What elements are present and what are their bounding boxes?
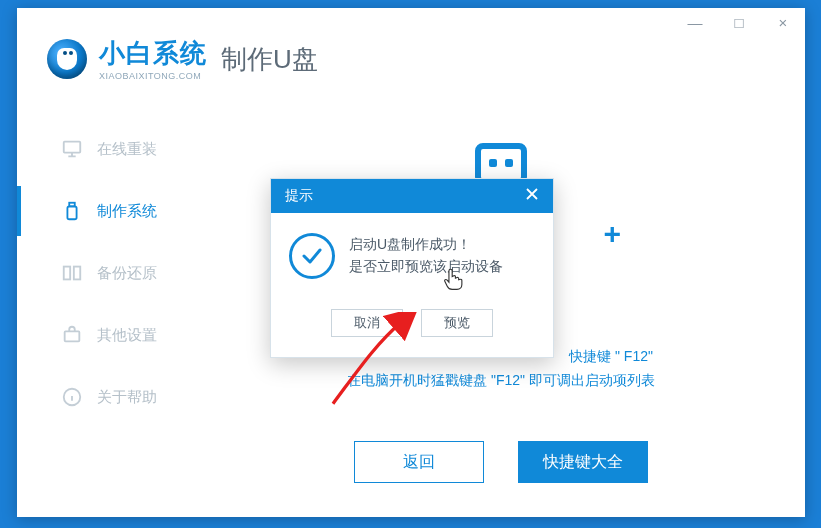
dialog-header: 提示 — [271, 179, 553, 213]
svg-rect-0 — [64, 142, 81, 153]
minimize-button[interactable]: — — [673, 8, 717, 36]
usb-icon — [61, 200, 83, 222]
maximize-button[interactable]: □ — [717, 8, 761, 36]
close-icon — [525, 187, 539, 201]
dialog-message-line2: 是否立即预览该启动设备 — [349, 255, 503, 277]
sidebar-item-make-system[interactable]: 制作系统 — [17, 180, 199, 242]
hint-line-2: 在电脑开机时猛戳键盘 "F12" 即可调出启动项列表 — [217, 368, 785, 392]
monitor-icon — [61, 138, 83, 160]
sidebar-item-label: 备份还原 — [97, 264, 157, 283]
cursor-pointer-icon — [440, 266, 466, 292]
dialog-message-line1: 启动U盘制作成功！ — [349, 233, 503, 255]
prompt-dialog: 提示 启动U盘制作成功！ 是否立即预览该启动设备 取消 预览 — [270, 178, 554, 358]
header: 小白系统 XIAOBAIXITONG.COM — [47, 36, 207, 81]
info-icon — [61, 386, 83, 408]
cancel-button[interactable]: 取消 — [331, 309, 403, 337]
sidebar-item-other-settings[interactable]: 其他设置 — [17, 304, 199, 366]
sidebar-item-label: 制作系统 — [97, 202, 157, 221]
sidebar: 在线重装 制作系统 备份还原 其他设置 关于帮助 — [17, 118, 199, 428]
backup-icon — [61, 262, 83, 284]
brand-title: 小白系统 — [99, 36, 207, 71]
plus-icon: + — [603, 217, 621, 251]
sidebar-item-backup-restore[interactable]: 备份还原 — [17, 242, 199, 304]
window-controls: — □ × — [673, 8, 805, 36]
sidebar-item-online-reinstall[interactable]: 在线重装 — [17, 118, 199, 180]
svg-rect-5 — [65, 331, 80, 341]
sidebar-item-label: 在线重装 — [97, 140, 157, 159]
close-window-button[interactable]: × — [761, 8, 805, 36]
brand-subtitle: XIAOBAIXITONG.COM — [99, 71, 207, 81]
brand-block: 小白系统 XIAOBAIXITONG.COM — [99, 36, 207, 81]
shortcut-list-button[interactable]: 快捷键大全 — [518, 441, 648, 483]
toolbox-icon — [61, 324, 83, 346]
page-title: 制作U盘 — [221, 42, 318, 77]
sidebar-item-label: 关于帮助 — [97, 388, 157, 407]
preview-button[interactable]: 预览 — [421, 309, 493, 337]
sidebar-item-label: 其他设置 — [97, 326, 157, 345]
svg-rect-4 — [74, 267, 80, 280]
success-check-icon — [289, 233, 335, 279]
dialog-close-button[interactable] — [521, 187, 543, 205]
dialog-title: 提示 — [285, 187, 313, 205]
svg-rect-1 — [67, 206, 76, 219]
svg-rect-2 — [69, 203, 75, 207]
logo-icon — [47, 39, 87, 79]
back-button[interactable]: 返回 — [354, 441, 484, 483]
sidebar-item-about-help[interactable]: 关于帮助 — [17, 366, 199, 428]
svg-rect-3 — [64, 267, 70, 280]
